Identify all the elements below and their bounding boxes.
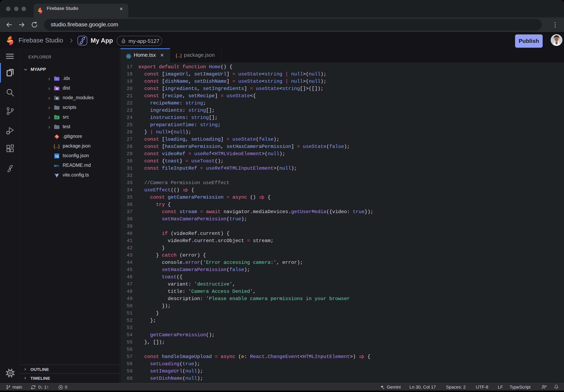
svg-text:{..}: {..} [176, 53, 182, 58]
